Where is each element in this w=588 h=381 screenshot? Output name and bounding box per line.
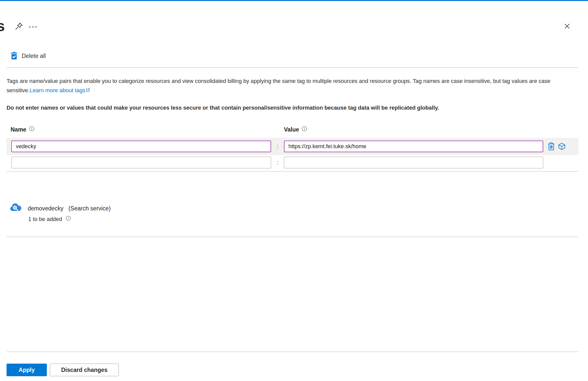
tags-warning: Do not enter names or values that could …: [7, 104, 582, 112]
info-icon[interactable]: [66, 216, 71, 223]
tags-description: Tags are name/value pairs that enable yo…: [7, 76, 582, 95]
external-link-icon[interactable]: [86, 86, 90, 95]
resource-type: (Search service): [68, 205, 111, 212]
trash-check-icon: [11, 52, 18, 60]
tag-value-input-2[interactable]: [284, 157, 543, 168]
name-value-separator: :: [273, 159, 283, 166]
discard-changes-button[interactable]: Discard changes: [50, 364, 119, 376]
divider-footer: [7, 352, 578, 352]
tag-value-input-1[interactable]: [284, 141, 543, 152]
divider-resources: [7, 237, 578, 237]
name-value-separator: :: [273, 143, 283, 150]
delete-all-button[interactable]: Delete all: [11, 50, 46, 62]
portal-top-accent-bar: [0, 0, 588, 1]
page-title: s: [0, 17, 8, 36]
tag-resources-button[interactable]: [557, 142, 566, 151]
ellipsis-icon: …: [28, 22, 39, 27]
divider-toolbar: [7, 67, 578, 68]
value-header-label: Value: [284, 126, 299, 133]
search-service-icon: [10, 203, 22, 213]
info-icon[interactable]: [29, 126, 34, 133]
resource-name: demovedecky: [28, 205, 63, 212]
tag-name-input-2[interactable]: [11, 157, 271, 168]
tags-blade: s … Delete all: [0, 0, 588, 381]
resource-pending: 1 to be added: [28, 216, 71, 223]
tag-name-input-1[interactable]: [11, 141, 271, 152]
name-column-header: Name: [11, 126, 34, 133]
learn-more-link[interactable]: Learn more about tags: [30, 87, 85, 93]
page-title-text: s: [0, 17, 8, 35]
divider-rows: [7, 171, 578, 172]
more-actions-button[interactable]: …: [28, 21, 39, 32]
cube-icon: [558, 142, 566, 151]
apply-button[interactable]: Apply: [7, 364, 47, 376]
name-header-label: Name: [11, 126, 26, 133]
value-column-header: Value: [284, 126, 307, 133]
pin-button[interactable]: [13, 21, 25, 32]
trash-icon: [547, 142, 555, 151]
resource-pending-label: 1 to be added: [28, 216, 62, 223]
info-icon[interactable]: [302, 126, 307, 133]
delete-tag-button[interactable]: [547, 142, 556, 151]
pin-icon: [14, 22, 23, 31]
close-icon: [563, 22, 571, 31]
close-blade-button[interactable]: [561, 21, 573, 32]
resource-row: demovedecky (Search service): [28, 205, 111, 212]
delete-all-label: Delete all: [22, 53, 46, 59]
